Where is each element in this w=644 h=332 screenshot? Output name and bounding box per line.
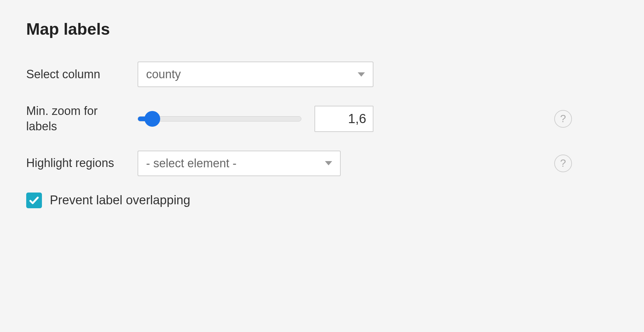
slider-track [138,116,301,121]
select-column-row: Select column county [26,62,618,87]
prevent-overlap-row: Prevent label overlapping [26,193,618,208]
check-icon [28,195,40,206]
select-column-label: Select column [26,67,131,82]
min-zoom-slider-container: 1,6 [138,106,373,132]
highlight-regions-dropdown[interactable]: - select element - [138,151,341,176]
prevent-overlap-checkbox[interactable] [26,193,42,208]
chevron-down-icon [325,161,332,165]
chevron-down-icon [358,72,365,77]
min-zoom-label: Min. zoom for labels [26,103,131,134]
help-icon[interactable]: ? [554,110,572,128]
highlight-regions-label: Highlight regions [26,156,131,171]
select-column-value: county [146,67,181,81]
min-zoom-value: 1,6 [348,111,366,126]
section-title: Map labels [26,20,618,39]
highlight-regions-value: - select element - [146,157,237,170]
help-icon[interactable]: ? [554,155,572,172]
slider-thumb[interactable] [144,111,160,127]
min-zoom-row: Min. zoom for labels 1,6 ? [26,103,618,134]
prevent-overlap-label: Prevent label overlapping [50,193,190,207]
highlight-regions-row: Highlight regions - select element - ? [26,151,618,176]
min-zoom-input[interactable]: 1,6 [314,106,373,132]
min-zoom-slider[interactable] [138,111,301,127]
select-column-dropdown[interactable]: county [138,62,373,87]
